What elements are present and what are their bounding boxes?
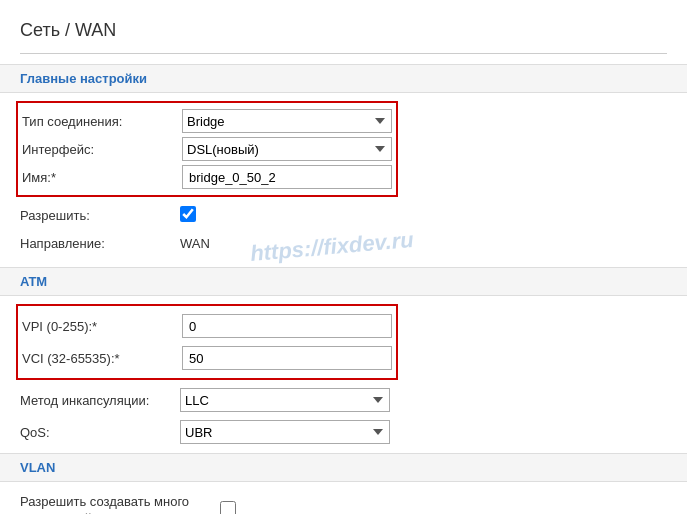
name-label: Имя:* (22, 170, 182, 185)
encapsulation-label: Метод инкапсуляции: (20, 393, 180, 408)
direction-row: Направление: WAN (20, 229, 667, 257)
name-row: Имя:* (22, 163, 392, 191)
interface-select[interactable]: DSL(новый) (182, 137, 392, 161)
vci-input[interactable] (182, 346, 392, 370)
qos-control: UBR (180, 420, 410, 444)
multi-connections-row: Разрешить создавать много соединений на … (20, 490, 667, 514)
enable-row: Разрешить: (20, 201, 667, 229)
vpi-row: VPI (0-255):* (22, 310, 392, 342)
enable-label: Разрешить: (20, 208, 180, 223)
multi-connections-control (220, 501, 450, 514)
direction-value: WAN (180, 236, 410, 251)
vlan-header: VLAN (0, 453, 687, 482)
name-input[interactable] (182, 165, 392, 189)
qos-select[interactable]: UBR (180, 420, 390, 444)
connection-type-label: Тип соединения: (22, 114, 182, 129)
vci-row: VCI (32-65535):* (22, 342, 392, 374)
name-control (182, 165, 392, 189)
enable-control (180, 206, 410, 225)
connection-type-control: Bridge (182, 109, 392, 133)
vpi-input[interactable] (182, 314, 392, 338)
interface-control: DSL(новый) (182, 137, 392, 161)
vpi-control (182, 314, 392, 338)
vci-label: VCI (32-65535):* (22, 351, 182, 366)
enable-checkbox[interactable] (180, 206, 196, 222)
multi-connections-label: Разрешить создавать много соединений на … (20, 494, 220, 514)
page-title: Сеть / WAN (20, 10, 667, 54)
multi-connections-checkbox[interactable] (220, 501, 236, 514)
encapsulation-control: LLC (180, 388, 410, 412)
encapsulation-select[interactable]: LLC (180, 388, 390, 412)
connection-type-row: Тип соединения: Bridge (22, 107, 392, 135)
qos-row: QoS: UBR (20, 416, 667, 448)
encapsulation-row: Метод инкапсуляции: LLC (20, 384, 667, 416)
atm-header: ATM (0, 267, 687, 296)
qos-label: QoS: (20, 425, 180, 440)
main-settings-header: Главные настройки (0, 64, 687, 93)
main-settings-group: Тип соединения: Bridge Интерфейс: DSL(но… (16, 101, 398, 197)
atm-highlighted-group: VPI (0-255):* VCI (32-65535):* (16, 304, 398, 380)
interface-row: Интерфейс: DSL(новый) (22, 135, 392, 163)
direction-label: Направление: (20, 236, 180, 251)
connection-type-select[interactable]: Bridge (182, 109, 392, 133)
vci-control (182, 346, 392, 370)
interface-label: Интерфейс: (22, 142, 182, 157)
vpi-label: VPI (0-255):* (22, 319, 182, 334)
